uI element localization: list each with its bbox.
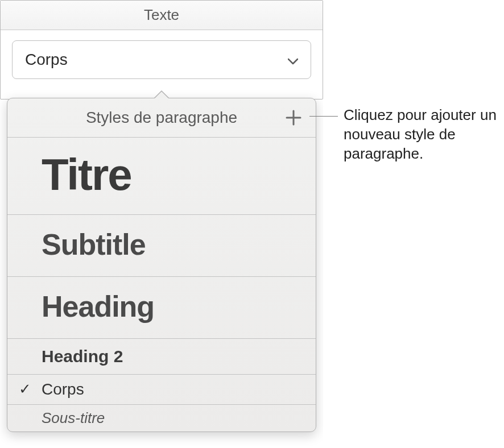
style-item-sous-titre[interactable]: Sous-titre	[7, 404, 316, 432]
style-item-corps[interactable]: ✓ Corps	[7, 374, 316, 404]
style-label: Titre	[42, 150, 131, 200]
style-label: Heading 2	[42, 347, 123, 366]
panel-title: Texte	[144, 6, 179, 23]
paragraph-style-selector[interactable]: Corps	[12, 40, 311, 79]
selector-container: Corps	[1, 30, 323, 99]
callout-leader-line	[309, 116, 338, 117]
chevron-down-icon	[288, 51, 298, 69]
style-item-heading[interactable]: Heading	[7, 276, 316, 338]
style-label: Sous-titre	[42, 409, 105, 426]
styles-list: Titre Subtitle Heading Heading 2 ✓ Corps…	[7, 138, 316, 432]
style-item-subtitle[interactable]: Subtitle	[7, 214, 316, 276]
style-item-heading-2[interactable]: Heading 2	[7, 338, 316, 374]
style-label: Subtitle	[42, 228, 146, 261]
text-inspector-panel: Texte Corps	[0, 0, 323, 99]
add-style-button[interactable]	[284, 108, 303, 127]
panel-header: Texte	[1, 1, 323, 30]
popover-header: Styles de paragraphe	[7, 98, 316, 138]
paragraph-styles-popover: Styles de paragraphe Titre Subtitle Head…	[7, 98, 316, 432]
callout-text: Cliquez pour ajouter un nouveau style de…	[344, 106, 504, 163]
style-label: Corps	[42, 380, 84, 398]
style-label: Heading	[42, 290, 154, 323]
selected-style-label: Corps	[25, 51, 68, 69]
style-item-titre[interactable]: Titre	[7, 138, 316, 214]
check-icon: ✓	[19, 380, 31, 398]
plus-icon	[285, 109, 302, 126]
popover-title: Styles de paragraphe	[86, 109, 237, 127]
